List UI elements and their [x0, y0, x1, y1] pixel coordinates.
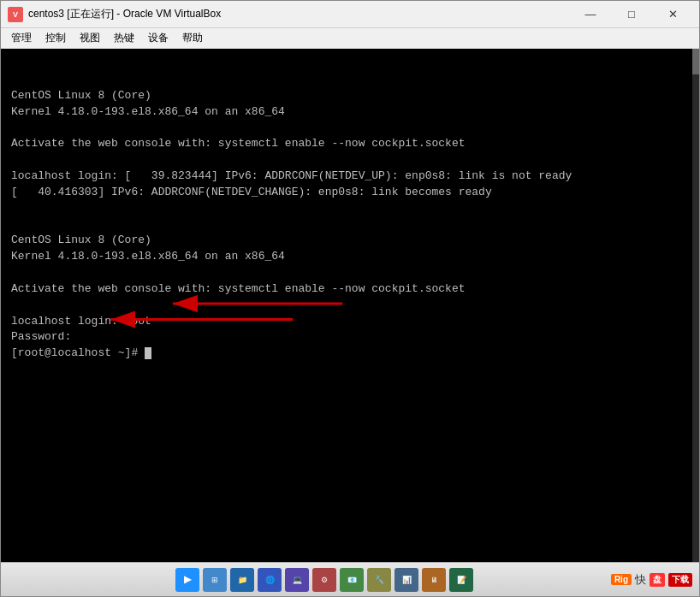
taskbar-icon-6[interactable]: ⚙ — [312, 568, 336, 592]
menu-help[interactable]: 帮助 — [175, 29, 210, 47]
menu-view[interactable]: 视图 — [73, 29, 107, 47]
app-icon: V — [8, 7, 23, 22]
menu-hotkey[interactable]: 热键 — [107, 29, 141, 47]
kuai-text: 快 — [635, 572, 646, 588]
taskbar-icon-2[interactable]: ⊞ — [203, 568, 227, 592]
terminal-line-2: CentOS Linux 8 (Core) — [11, 89, 151, 102]
terminal-container[interactable]: CentOS Linux 8 (Core) Kernel 4.18.0-193.… — [1, 49, 699, 562]
taskbar-icon-4[interactable]: 🌐 — [258, 568, 282, 592]
taskbar-icon-7[interactable]: 📧 — [340, 568, 364, 592]
menu-bar: 管理 控制 视图 热键 设备 帮助 — [1, 28, 699, 49]
terminal-screen: CentOS Linux 8 (Core) Kernel 4.18.0-193.… — [1, 49, 692, 562]
terminal-line-7: localhost login: [ 39.823444] IPv6: ADDR… — [11, 169, 572, 182]
pan-badge: 盘 — [650, 573, 665, 587]
taskbar-icon-10[interactable]: 🖥 — [422, 568, 446, 592]
taskbar-icons: ▶ ⊞ 📁 🌐 💻 ⚙ 📧 🔧 📊 — [4, 568, 611, 592]
terminal-line-16: localhost login: root — [11, 315, 151, 328]
terminal-line-12: Kernel 4.18.0-193.el8.x86_64 on an x86_6… — [11, 250, 285, 263]
taskbar-icon-1[interactable]: ▶ — [175, 568, 199, 592]
rig-badge: Rig — [611, 574, 632, 585]
title-bar: V centos3 [正在运行] - Oracle VM VirtualBox … — [1, 1, 699, 28]
terminal-scrollbar[interactable] — [692, 49, 699, 562]
taskbar-right: Rig 快 盘 下载 — [611, 572, 696, 588]
taskbar-icon-3[interactable]: 📁 — [230, 568, 254, 592]
taskbar: ▶ ⊞ 📁 🌐 💻 ⚙ 📧 🔧 📊 — [1, 562, 699, 596]
window-controls: — □ ✕ — [571, 3, 692, 27]
terminal-line-11: CentOS Linux 8 (Core) — [11, 233, 151, 246]
close-button[interactable]: ✕ — [653, 3, 692, 27]
terminal-line-18: [root@localhost ~]# — [11, 346, 151, 359]
terminal-line-3: Kernel 4.18.0-193.el8.x86_64 on an x86_6… — [11, 105, 285, 118]
xia-badge: 下载 — [668, 573, 692, 587]
scrollbar-thumb[interactable] — [692, 49, 699, 74]
menu-manage[interactable]: 管理 — [4, 29, 39, 47]
terminal-line-14: Activate the web console with: systemctl… — [11, 282, 466, 295]
menu-devices[interactable]: 设备 — [141, 29, 175, 47]
terminal-line-5: Activate the web console with: systemctl… — [11, 137, 466, 150]
minimize-button[interactable]: — — [571, 3, 610, 27]
terminal-line-8: [ 40.416303] IPv6: ADDRCONF(NETDEV_CHANG… — [11, 186, 492, 198]
taskbar-icon-8[interactable]: 🔧 — [367, 568, 391, 592]
terminal-line-17: Password: — [11, 330, 78, 343]
taskbar-icon-5[interactable]: 💻 — [285, 568, 309, 592]
virtualbox-window: V centos3 [正在运行] - Oracle VM VirtualBox … — [0, 0, 700, 597]
menu-control[interactable]: 控制 — [39, 29, 73, 47]
taskbar-icon-9[interactable]: 📊 — [394, 568, 418, 592]
window-title: centos3 [正在运行] - Oracle VM VirtualBox — [28, 7, 571, 21]
taskbar-icon-11[interactable]: 📝 — [449, 568, 473, 592]
restore-button[interactable]: □ — [612, 3, 651, 27]
